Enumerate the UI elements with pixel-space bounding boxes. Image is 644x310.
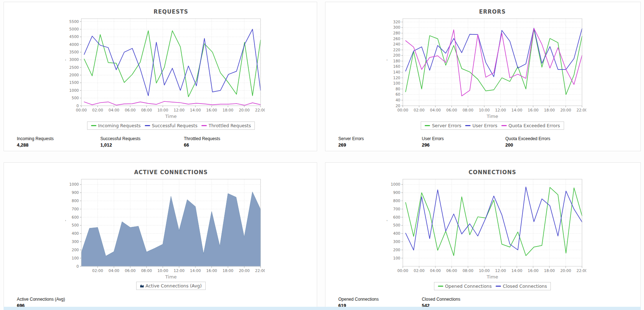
y-tick-label: 160 (393, 64, 400, 68)
legend-box: Opened ConnectionsClosed Connections (434, 282, 551, 290)
y-tick-label: 600 (393, 215, 400, 219)
legend-item[interactable]: Closed Connections (496, 283, 547, 289)
x-tick-label: 00:00 (397, 108, 408, 112)
y-tick-label: 500 (72, 96, 79, 100)
x-tick-label: 22:00 (577, 268, 586, 273)
legend-box: Active Connections (Avg) (136, 282, 206, 290)
line-marker-icon (201, 125, 207, 126)
chart-svg[interactable]: 0100200300400500600700800900100002:0004:… (60, 176, 265, 273)
y-tick-label: 100 (72, 256, 79, 260)
chart-title-active-connections: ACTIVE CONNECTIONS (60, 169, 265, 176)
legend-label: Quota Exceeded Errors (509, 123, 560, 128)
x-tick-label: 04:00 (109, 268, 119, 273)
dashboard: REQUESTS 0500100015002000250030003500400… (0, 0, 644, 310)
y-tick-label: 60 (396, 92, 400, 96)
y-tick-label: 200 (72, 248, 79, 252)
y-tick-label: 800 (72, 199, 79, 203)
line-marker-icon (425, 125, 430, 126)
summary-value: 66 (184, 142, 267, 148)
summary-label: Successful Requests (100, 136, 184, 141)
x-tick-label: 10:00 (157, 108, 168, 112)
chart-svg[interactable]: 2040608010012014016018020022024026028030… (381, 16, 586, 113)
x-tick-label: 06:00 (446, 108, 457, 112)
legend-item[interactable]: Throttled Requests (201, 123, 251, 128)
y-tick-label: 0 (76, 104, 79, 108)
legend-item[interactable]: User Errors (465, 123, 497, 128)
y-tick-label: 220 (393, 48, 400, 52)
x-tick-label: 08:00 (463, 108, 473, 112)
y-tick-label: 5500 (69, 19, 79, 24)
legend-item[interactable]: Active Connections (Avg) (140, 283, 202, 288)
chart-canvas-connections[interactable]: 100200300400500600700800900100000:0002:0… (381, 176, 586, 273)
panel-errors: ERRORS 204060801001201401601802002202402… (325, 2, 641, 151)
line-marker-icon (145, 125, 150, 126)
legend-item[interactable]: Server Errors (425, 123, 461, 128)
x-tick-label: 16:00 (528, 268, 539, 273)
chart-canvas-active-connections[interactable]: 0100200300400500600700800900100002:0004:… (60, 176, 265, 273)
y-tick-label: 80 (396, 87, 400, 91)
legend-box: Server ErrorsUser ErrorsQuota Exceeded E… (421, 121, 564, 130)
x-tick-label: 14:00 (190, 108, 201, 112)
legend-label: Incoming Requests (98, 123, 141, 128)
legend-item[interactable]: Incoming Requests (91, 123, 141, 128)
legend-active-connections[interactable]: Active Connections (Avg) (60, 282, 265, 290)
y-tick-label: 180 (393, 59, 400, 63)
summary-label: Closed Connections (422, 297, 505, 302)
chart-svg[interactable]: 0500100015002000250030003500400045005000… (60, 16, 265, 113)
legend-label: User Errors (472, 123, 497, 128)
legend-item[interactable]: Quota Exceeded Errors (501, 123, 560, 128)
line-marker-icon (465, 125, 471, 126)
y-tick-label: 400 (393, 231, 400, 235)
summary-item: Incoming Requests4,288 (17, 136, 100, 148)
legend-label: Closed Connections (503, 283, 547, 289)
legend-requests[interactable]: Incoming RequestsSuccessful RequestsThro… (60, 121, 265, 130)
summary-value: 269 (338, 142, 422, 148)
y-tick-label: 3000 (69, 57, 79, 62)
legend-errors[interactable]: Server ErrorsUser ErrorsQuota Exceeded E… (381, 121, 586, 130)
x-tick-label: 02:00 (414, 108, 424, 112)
y-tick-label: 20 (396, 104, 400, 108)
y-tick-label: 200 (393, 248, 400, 252)
y-tick-label: 700 (72, 207, 79, 211)
legend-connections[interactable]: Opened ConnectionsClosed Connections (381, 282, 586, 290)
y-tick-label: 200 (393, 53, 400, 57)
chart-svg[interactable]: 100200300400500600700800900100000:0002:0… (381, 176, 586, 273)
chart-title-requests: REQUESTS (60, 9, 265, 15)
legend-item[interactable]: Successful Requests (145, 123, 197, 128)
x-tick-label: 20:00 (239, 268, 249, 273)
chart-canvas-errors[interactable]: 2040608010012014016018020022024026028030… (381, 16, 586, 113)
y-tick-label: 300 (393, 239, 400, 244)
x-tick-label: 06:00 (446, 268, 457, 273)
x-tick-label: 20:00 (560, 108, 571, 112)
summary-label: Opened Connections (338, 297, 422, 302)
legend-box: Incoming RequestsSuccessful RequestsThro… (87, 121, 255, 130)
y-tick-label: 280 (393, 31, 400, 35)
y-tick-label: 600 (72, 215, 79, 219)
panel-requests: REQUESTS 0500100015002000250030003500400… (4, 2, 317, 151)
x-tick-label: 20:00 (239, 108, 249, 112)
x-tick-label: 02:00 (414, 268, 424, 273)
chart-title-errors: ERRORS (381, 9, 586, 15)
chart-canvas-requests[interactable]: 0500100015002000250030003500400045005000… (60, 16, 265, 113)
chart-title-connections: CONNECTIONS (381, 169, 586, 176)
summary-row: Server Errors269User Errors296Quota Exce… (338, 136, 589, 148)
y-tick-label: 320 (393, 20, 400, 24)
summary-item: User Errors296 (422, 136, 505, 148)
legend-item[interactable]: Opened Connections (438, 283, 492, 289)
x-tick-label: 14:00 (190, 268, 201, 273)
y-axis-mark: ' (65, 219, 66, 224)
y-tick-label: 900 (393, 190, 400, 195)
y-axis-mark: ' (387, 219, 388, 224)
summary-item: Server Errors269 (338, 136, 422, 148)
summary-value: 4,288 (17, 142, 100, 148)
x-tick-label: 12:00 (495, 108, 506, 112)
y-tick-label: 40 (396, 98, 400, 102)
x-tick-label: 00:00 (397, 268, 408, 273)
summary-row: Incoming Requests4,288Successful Request… (17, 136, 267, 148)
x-axis-label: Time (381, 114, 586, 119)
y-tick-label: 3500 (69, 50, 79, 54)
x-tick-label: 22:00 (577, 108, 586, 112)
x-axis-label: Time (381, 274, 586, 280)
line-marker-icon (501, 125, 507, 126)
x-tick-label: 18:00 (223, 108, 233, 112)
